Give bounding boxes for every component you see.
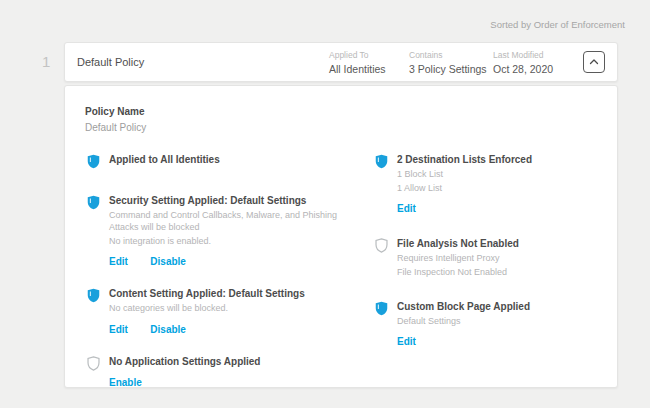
disable-link[interactable]: Disable <box>150 324 186 335</box>
setting-file-analysis: File Analysis Not Enabled Requires Intel… <box>375 237 597 278</box>
setting-content: Content Setting Applied: Default Setting… <box>87 287 365 336</box>
setting-description: Command and Control Callbacks, Malware, … <box>109 209 359 233</box>
policy-detail-panel: Policy Name Default Policy Applied to Al… <box>64 85 618 388</box>
policy-name-value: Default Policy <box>85 122 597 133</box>
meta-label: Applied To <box>329 50 403 60</box>
setting-description: No integration is enabled. <box>109 235 359 247</box>
setting-title: No Application Settings Applied <box>109 355 365 368</box>
settings-column-left: Applied to All Identities Security Setti… <box>85 153 365 408</box>
setting-description: File Inspection Not Enabled <box>397 266 597 278</box>
edit-link[interactable]: Edit <box>109 324 128 335</box>
setting-description: No categories will be blocked. <box>109 302 359 314</box>
setting-title: Applied to All Identities <box>109 153 365 166</box>
chevron-up-icon <box>588 56 600 68</box>
setting-description: Requires Intelligent Proxy <box>397 252 597 264</box>
setting-block-page: Custom Block Page Applied Default Settin… <box>375 300 597 349</box>
meta-label: Contains <box>409 50 487 60</box>
setting-description: 1 Allow List <box>397 182 597 194</box>
meta-applied-to: Applied To All Identities <box>329 50 409 75</box>
collapse-policy-button[interactable] <box>583 51 605 73</box>
disable-link[interactable]: Disable <box>150 256 186 267</box>
meta-value: Oct 28, 2020 <box>493 63 577 75</box>
setting-title: File Analysis Not Enabled <box>397 237 597 250</box>
shield-icon <box>87 153 100 173</box>
shield-outline-icon <box>87 355 100 390</box>
edit-link[interactable]: Edit <box>109 256 128 267</box>
policy-name-label: Policy Name <box>85 106 597 117</box>
policy-header-row[interactable]: Default Policy Applied To All Identities… <box>64 42 618 82</box>
shield-icon <box>375 300 388 349</box>
setting-title: 2 Destination Lists Enforced <box>397 153 597 166</box>
policy-card: Default Policy Applied To All Identities… <box>64 42 618 388</box>
setting-title: Security Setting Applied: Default Settin… <box>109 194 365 207</box>
shield-icon <box>375 153 388 216</box>
shield-outline-icon <box>375 237 388 278</box>
meta-value: 3 Policy Settings <box>409 63 487 75</box>
setting-title: Content Setting Applied: Default Setting… <box>109 287 365 300</box>
meta-label: Last Modified <box>493 50 577 60</box>
setting-title: Custom Block Page Applied <box>397 300 597 313</box>
enable-link[interactable]: Enable <box>109 377 142 388</box>
settings-column-right: 2 Destination Lists Enforced 1 Block Lis… <box>365 153 597 408</box>
meta-value: All Identities <box>329 63 403 75</box>
shield-icon <box>87 287 100 336</box>
edit-link[interactable]: Edit <box>397 336 416 347</box>
settings-grid: Applied to All Identities Security Setti… <box>85 153 597 408</box>
setting-description: 1 Block List <box>397 168 597 180</box>
meta-last-modified: Last Modified Oct 28, 2020 <box>493 50 583 75</box>
setting-security: Security Setting Applied: Default Settin… <box>87 194 365 269</box>
setting-description: Default Settings <box>397 315 597 327</box>
sorted-by-label: Sorted by Order of Enforcement <box>490 19 625 30</box>
edit-link[interactable]: Edit <box>397 203 416 214</box>
setting-destination-lists: 2 Destination Lists Enforced 1 Block Lis… <box>375 153 597 216</box>
meta-contains: Contains 3 Policy Settings <box>409 50 493 75</box>
policy-title: Default Policy <box>77 56 329 68</box>
shield-icon <box>87 194 100 269</box>
policy-row-number: 1 <box>42 53 50 70</box>
setting-application: No Application Settings Applied Enable <box>87 355 365 390</box>
setting-applied-identities: Applied to All Identities <box>87 153 365 173</box>
